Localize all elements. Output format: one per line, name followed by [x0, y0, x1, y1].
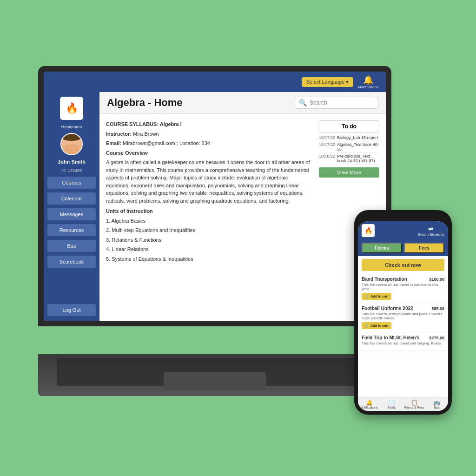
overview-text: Algebra is often called a gatekeeper cou… [106, 159, 312, 205]
phone-nav-bus-icon: 🚌 [433, 399, 440, 406]
user-name: John Smith [58, 159, 86, 165]
phone-tabs: Forms Fees [358, 240, 448, 256]
notifications-label: Notifications [358, 85, 378, 89]
fee-price-0: $100.00 [429, 277, 444, 282]
phone-screen: 🔥 ⇌ Switch Students Forms Fees Check out… [358, 221, 448, 411]
touchpad [164, 372, 266, 390]
flame-icon: 🔥 [66, 102, 78, 114]
fee-title-2: Field Trip to Mt.St. Helen's [362, 335, 420, 340]
phone-nav-mails[interactable]: ✉️ Mails [381, 397, 403, 411]
phone-flame-icon: 🔥 [364, 227, 372, 234]
content-body: COURSE SYLLABUS: Algebra I Instructor: M… [99, 114, 386, 321]
units-title: Units of Instruction [106, 208, 153, 214]
notifications-area: 🔔 Notifications [358, 75, 378, 89]
sidebar-item-bus[interactable]: Bus [47, 240, 96, 252]
phone-nav-notifications[interactable]: 🔔 Notifications [358, 397, 381, 411]
add-cart-button-1[interactable]: 🛒 Add to cart [362, 322, 391, 329]
avatar-face [61, 134, 82, 154]
fee-desc-2: This fee covers all bus travel and lodgi… [362, 341, 444, 345]
homeroom-label: Homeroom [61, 125, 82, 129]
fee-item-2: Field Trip to Mt.St. Helen's $275.00 Thi… [358, 332, 448, 350]
course-text: COURSE SYLLABUS: Algebra I Instructor: M… [106, 120, 312, 314]
tab-fees[interactable]: Fees [404, 243, 444, 253]
switch-icon[interactable]: ⇌ [418, 225, 444, 232]
fee-desc-0: This fee covers all bus travel to our ev… [362, 283, 444, 291]
syllabus-title: COURSE SYLLABUS: Algebra I [106, 121, 182, 127]
cart-icon-1: 🛒 [364, 324, 369, 328]
laptop-body: Select Language ▾ 🔔 Notifications 🔥 Home… [38, 66, 391, 326]
laptop-screen: Select Language ▾ 🔔 Notifications 🔥 Home… [44, 72, 386, 321]
fee-item-1: Football Uniforms 2022 $85.00 This fee c… [358, 303, 448, 332]
checkout-button[interactable]: Check out now [362, 259, 444, 271]
phone-notch [389, 215, 417, 219]
fee-item-0: Band Transportation $100.00 This fee cov… [358, 274, 448, 303]
switch-students-area: ⇌ Switch Students [418, 225, 444, 237]
switch-label[interactable]: Switch Students [418, 232, 444, 237]
screen-top-bar: Select Language ▾ 🔔 Notifications [44, 72, 386, 92]
screen-main: 🔥 Homeroom John Smith [44, 92, 386, 321]
sidebar-item-messages[interactable]: Messages [47, 208, 96, 220]
fee-list: Band Transportation $100.00 This fee cov… [358, 274, 448, 397]
unit-2: 2. Multi-step Equations and Inequalities [106, 226, 312, 234]
phone-header: 🔥 ⇌ Switch Students [358, 221, 448, 240]
unit-1: 1. Algebra Basics [106, 217, 312, 225]
homeroom-logo: 🔥 [60, 97, 83, 120]
sidebar-item-courses[interactable]: Courses [47, 177, 96, 189]
sidebar-item-scorebook[interactable]: Scorebook [47, 256, 96, 268]
search-input[interactable] [310, 99, 374, 106]
fee-desc-1: This fee covers Jerseys pants and pads. … [362, 312, 444, 320]
phone-nav-bus[interactable]: 🚌 Bus [426, 397, 449, 411]
tab-forms[interactable]: Forms [362, 243, 402, 253]
user-id: ID: 123456 [61, 168, 82, 173]
phone-nav-forms-fees[interactable]: 📋 Forms & Fees [403, 397, 426, 411]
scene: Select Language ▾ 🔔 Notifications 🔥 Home… [24, 47, 452, 429]
overview-title: Course Overview [106, 150, 148, 156]
content-area: Algebra - Home 🔍 COURSE SYLLABUS: Algebr… [99, 92, 386, 321]
search-box: 🔍 [295, 97, 378, 109]
phone-nav-notifications-icon: 🔔 [366, 399, 373, 406]
fee-price-1: $85.00 [431, 306, 444, 311]
todo-item-0: 10/17/22 Biology_Lab 15 report [319, 134, 379, 141]
fee-title-1: Football Uniforms 2022 [362, 306, 413, 311]
unit-4: 4. Linear Relations [106, 245, 312, 253]
laptop: Select Language ▾ 🔔 Notifications 🔥 Home… [38, 66, 391, 401]
unit-3: 3. Relations & Functions [106, 236, 312, 244]
todo-item-2: 10/18/22 Pre-calculus_Text book 24-32 (p… [319, 153, 379, 165]
avatar [60, 133, 83, 155]
cart-icon-0: 🛒 [364, 294, 369, 298]
content-header: Algebra - Home 🔍 [99, 92, 386, 114]
phone-nav-forms-icon: 📋 [411, 399, 418, 406]
sidebar-item-resources[interactable]: Resources [47, 224, 96, 236]
sidebar-item-calendar[interactable]: Calendar [47, 192, 96, 205]
logout-button[interactable]: Log Out [47, 304, 96, 316]
phone: 🔥 ⇌ Switch Students Forms Fees Check out… [354, 210, 452, 415]
fee-price-2: $275.00 [429, 336, 444, 340]
todo-header: To do [319, 120, 379, 132]
search-icon: 🔍 [299, 99, 307, 106]
todo-item-1: 10/17/22 Algebra_Text book 40-55 [319, 141, 379, 153]
language-button[interactable]: Select Language ▾ [302, 77, 354, 87]
bell-icon[interactable]: 🔔 [363, 75, 373, 85]
phone-logo: 🔥 [362, 224, 375, 237]
sidebar: 🔥 Homeroom John Smith [44, 92, 99, 321]
page-title: Algebra - Home [107, 97, 183, 109]
view-more-button[interactable]: View More [319, 167, 379, 178]
fee-title-0: Band Transportation [362, 277, 407, 282]
unit-5: 5. Systems of Equations & Inequalities [106, 255, 312, 263]
phone-nav-mails-icon: ✉️ [388, 399, 395, 406]
phone-bottom-nav: 🔔 Notifications ✉️ Mails 📋 Forms & Fees … [358, 397, 448, 411]
add-cart-button-0[interactable]: 🛒 Add to cart [362, 293, 391, 300]
